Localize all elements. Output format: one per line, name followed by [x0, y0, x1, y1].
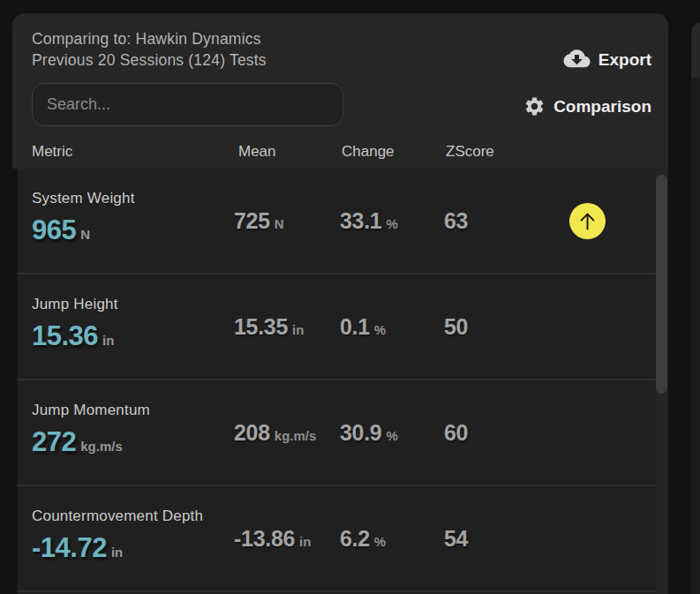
mean-value: 725: [234, 208, 270, 234]
gear-icon: [523, 95, 546, 117]
comparison-button[interactable]: Comparison: [523, 95, 651, 117]
metric-value: -14.72: [32, 532, 107, 564]
metric-cell: Jump Momentum 272 kg.m/s: [18, 380, 221, 485]
change-unit: %: [386, 428, 397, 443]
cloud-download-icon: [563, 49, 591, 71]
change-cell: 30.9 %: [326, 380, 425, 485]
metric-value-line: 272 kg.m/s: [32, 426, 221, 458]
column-header-change: Change: [326, 143, 425, 161]
mean-cell: 208 kg.m/s: [221, 380, 326, 485]
export-label: Export: [598, 50, 651, 70]
zscore-cell: 54: [425, 486, 549, 590]
zscore-value: 54: [444, 526, 468, 552]
change-unit: %: [386, 216, 397, 231]
mean-value: 208: [234, 420, 270, 446]
metric-value-line: -14.72 in: [32, 532, 221, 564]
metric-name: Countermovement Depth: [32, 508, 221, 525]
trend-cell: [549, 274, 668, 379]
scrollbar-thumb[interactable]: [656, 175, 667, 394]
comparison-label: Comparison: [553, 97, 651, 117]
metric-unit: N: [80, 227, 90, 242]
arrow-up-icon: [576, 209, 599, 233]
comparison-target: Comparing to: Hawkin Dynamics: [32, 28, 267, 49]
mean-value: -13.86: [234, 526, 295, 552]
metric-unit: in: [111, 545, 123, 560]
comparison-scope: Previous 20 Sessions (124) Tests: [32, 49, 267, 71]
export-button[interactable]: Export: [563, 49, 651, 71]
metric-cell: Jump Height 15.36 in: [18, 274, 221, 379]
mean-unit: in: [292, 322, 304, 337]
vertical-scrollbar[interactable]: [656, 169, 667, 594]
column-header-metric: Metric: [12, 143, 221, 161]
metrics-table-body: System Weight 965 N 725 N 33.1 % 63: [18, 169, 668, 594]
metric-name: System Weight: [32, 190, 221, 207]
mean-unit: in: [299, 534, 311, 549]
panel-header: Comparing to: Hawkin Dynamics Previous 2…: [12, 13, 668, 169]
change-unit: %: [374, 534, 386, 549]
metric-unit: in: [102, 333, 114, 348]
table-row-jump-momentum[interactable]: Jump Momentum 272 kg.m/s 208 kg.m/s 30.9…: [18, 380, 668, 486]
zscore-cell: 50: [425, 274, 549, 379]
zscore-value: 60: [444, 420, 468, 446]
change-value: 33.1: [340, 208, 381, 234]
mean-cell: 725 N: [221, 169, 326, 273]
mean-unit: kg.m/s: [275, 428, 317, 443]
trend-cell: [549, 380, 668, 485]
zscore-cell: 60: [425, 380, 549, 485]
change-cell: 0.1 %: [326, 274, 425, 379]
metric-name: Jump Momentum: [32, 402, 221, 419]
zscore-value: 50: [444, 314, 468, 340]
mean-cell: 15.35 in: [221, 274, 326, 379]
metric-unit: kg.m/s: [80, 439, 123, 454]
metric-value-line: 965 N: [32, 214, 221, 246]
metric-value: 15.36: [32, 320, 98, 352]
table-row-countermovement-depth[interactable]: Countermovement Depth -14.72 in -13.86 i…: [18, 486, 668, 592]
table-row-system-weight[interactable]: System Weight 965 N 725 N 33.1 % 63: [18, 169, 668, 274]
trend-cell: [549, 169, 668, 273]
adjacent-card-header-edge: [691, 23, 700, 78]
zscore-value: 63: [444, 208, 468, 234]
adjacent-card-edge: [691, 23, 700, 594]
metric-value: 965: [32, 214, 76, 246]
mean-value: 15.35: [234, 314, 288, 340]
trend-up-badge: [569, 203, 606, 239]
change-value: 6.2: [340, 526, 370, 552]
change-value: 0.1: [340, 314, 370, 340]
change-unit: %: [374, 322, 386, 337]
metric-value: 272: [32, 426, 76, 458]
change-value: 30.9: [340, 420, 381, 446]
metric-value-line: 15.36 in: [32, 320, 221, 352]
mean-cell: -13.86 in: [221, 486, 326, 590]
metric-cell: Countermovement Depth -14.72 in: [18, 486, 221, 590]
change-cell: 33.1 %: [326, 169, 425, 273]
table-row-jump-height[interactable]: Jump Height 15.36 in 15.35 in 0.1 % 50: [18, 274, 668, 380]
mean-unit: N: [275, 216, 284, 231]
column-header-mean: Mean: [221, 143, 326, 161]
comparison-summary: Comparing to: Hawkin Dynamics Previous 2…: [32, 28, 267, 71]
search-input[interactable]: [32, 83, 343, 126]
metric-name: Jump Height: [32, 296, 221, 313]
column-header-zscore: ZScore: [425, 143, 549, 161]
change-cell: 6.2 %: [326, 486, 425, 590]
zscore-cell: 63: [425, 169, 549, 273]
metric-cell: System Weight 965 N: [18, 169, 221, 273]
comparison-panel: Comparing to: Hawkin Dynamics Previous 2…: [12, 13, 668, 594]
trend-cell: [549, 486, 668, 590]
table-column-headers: Metric Mean Change ZScore: [12, 135, 668, 169]
